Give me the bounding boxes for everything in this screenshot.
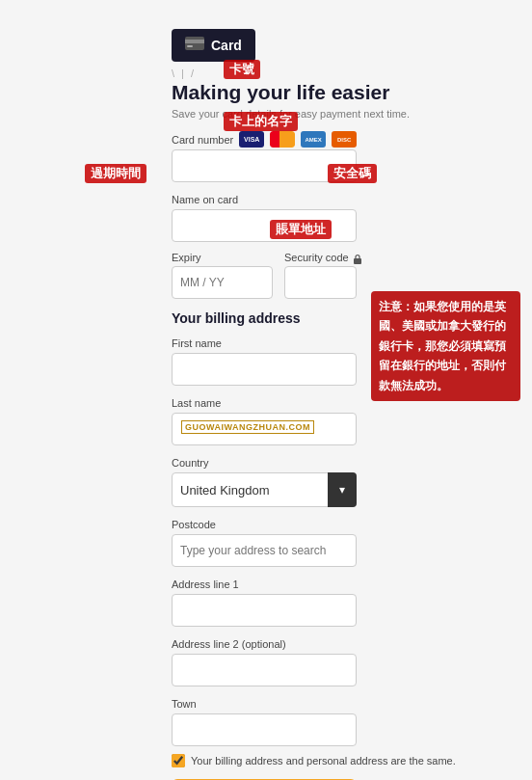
addr1-label: Address line 1 (172, 578, 239, 590)
visa-icon: VISA (239, 131, 264, 148)
card-tab-label: Card (211, 38, 242, 53)
annotation-name-on-card: 卡上的名字 (224, 112, 298, 131)
first-name-label: First name (172, 337, 222, 349)
postcode-input[interactable] (172, 534, 357, 567)
town-input[interactable] (172, 713, 357, 746)
security-code-label: Security code (284, 252, 349, 263)
security-code-input[interactable] (284, 266, 357, 299)
last-name-label: Last name (172, 397, 221, 409)
amex-icon: AMEX (301, 131, 326, 148)
discover-icon: DISC (332, 131, 357, 148)
addr2-input[interactable] (172, 654, 357, 686)
card-icon (185, 37, 204, 54)
country-label: Country (172, 457, 209, 469)
page-title: Making your life easier (172, 81, 532, 104)
expiry-label: Expiry (172, 252, 273, 263)
first-name-input[interactable] (172, 353, 357, 386)
addr2-label: Address line 2 (optional) (172, 638, 286, 650)
svg-rect-3 (354, 258, 361, 264)
postcode-label: Postcode (172, 519, 216, 530)
mastercard-icon (270, 131, 295, 148)
lock-icon (352, 252, 363, 263)
town-label: Town (172, 698, 197, 710)
billing-same-checkbox[interactable] (172, 754, 185, 767)
card-number-label: Card number (172, 134, 233, 146)
security-code-field: Security code (284, 252, 363, 299)
last-name-input[interactable] (172, 413, 357, 445)
card-tab[interactable]: Card (172, 29, 255, 62)
annotation-billing: 賬單地址 (270, 220, 332, 239)
annotation-card-number: 卡號 (224, 60, 260, 79)
addr1-input[interactable] (172, 594, 357, 627)
expiry-input[interactable] (172, 266, 273, 299)
annotation-expiry: 過期時間 (85, 164, 146, 183)
expiry-field: Expiry (172, 252, 273, 299)
country-select[interactable]: United Kingdom United States Canada (172, 472, 357, 507)
billing-same-label: Your billing address and personal addres… (191, 755, 456, 767)
annotation-security: 安全碼 (328, 164, 377, 183)
svg-rect-2 (187, 45, 193, 47)
annotation-note: 注意：如果您使用的是英國、美國或加拿大發行的銀行卡，那您必須填寫預留在銀行的地址… (371, 291, 520, 401)
svg-rect-1 (185, 40, 204, 43)
name-on-card-label: Name on card (172, 194, 238, 205)
